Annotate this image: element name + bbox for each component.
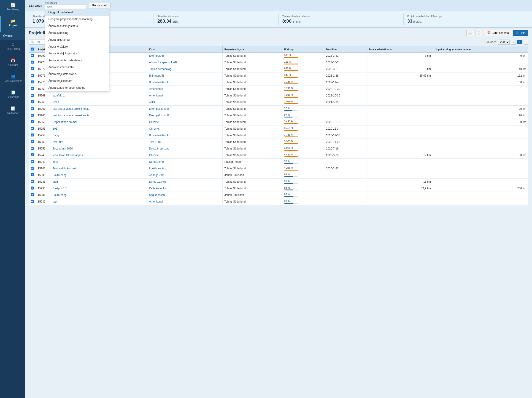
row-checkbox[interactable]	[31, 94, 34, 97]
client-link[interactable]: DemoDemo	[149, 160, 164, 163]
client-link[interactable]: Chrome	[149, 154, 159, 157]
dropdown-item-1[interactable]: Redigera projektspecifik prissättning	[45, 16, 109, 23]
client-link[interactable]: Tobias demobolag	[149, 68, 171, 71]
dropdown-item-8[interactable]: Ändra kostnadsställe	[45, 64, 109, 71]
row-checkbox[interactable]	[31, 100, 34, 103]
project-link[interactable]: Visa Totalt fakturerat pris	[53, 154, 83, 157]
col-forlopp[interactable]: Förlopp	[282, 46, 324, 53]
dropdown-item-2[interactable]: Ändra anslutningsstatus	[45, 23, 109, 30]
client-link[interactable]: Årjängs Järn	[149, 174, 165, 177]
project-link[interactable]: Test	[53, 160, 58, 163]
row-checkbox[interactable]	[31, 67, 34, 70]
sidebar-item-fakturering[interactable]: 🧾 Fakturering ›	[0, 87, 25, 104]
sidebar-item-resurs[interactable]: 👥 Resursallokering ›	[0, 72, 25, 87]
dropdown-item-9[interactable]: Ändra projektets status	[45, 71, 109, 77]
col-kund[interactable]: Kund	[147, 46, 222, 53]
sidebar-item-rapporter[interactable]: 📊 Rapporter ›	[0, 104, 25, 119]
row-checkbox[interactable]	[31, 187, 34, 190]
client-link[interactable]: Amerikansk	[149, 94, 164, 97]
project-link[interactable]: dfsgj	[53, 180, 58, 183]
row-checkbox[interactable]	[31, 61, 34, 63]
dropdown-item-3[interactable]: Ändra avdelning	[45, 30, 109, 36]
client-link[interactable]: Exempel kund B	[149, 114, 169, 117]
project-link[interactable]: 101	[53, 127, 57, 130]
sidebar-item-forsaljning[interactable]: 📈 Försäljning ›	[0, 0, 25, 16]
stat-label-2: Timmar den här månaden	[282, 15, 400, 18]
dropdown-item-6[interactable]: Ändra försäljningsstatus	[45, 50, 109, 57]
project-link[interactable]: Test inaktiv kontakt	[53, 167, 76, 170]
page-size-select[interactable]: 200 100 50	[498, 40, 510, 44]
next-page-button[interactable]: ›	[524, 40, 528, 44]
export-pdf-button[interactable]: 📄	[475, 30, 483, 36]
project-link[interactable]: test AUD	[53, 101, 63, 104]
row-checkbox-cell	[29, 86, 36, 92]
client-link[interactable]: Inaktiv kontakt	[149, 167, 167, 170]
row-checkbox[interactable]	[31, 114, 34, 117]
client-link[interactable]: Bostadsrätten AB	[149, 134, 171, 137]
list-view-button[interactable]: ☰ Lista	[513, 30, 528, 36]
dropdown-item-0[interactable]: Lägg till nyckelord	[45, 9, 109, 16]
client-link[interactable]: Abovo Byggkonsult AB	[149, 61, 177, 64]
row-checkbox[interactable]	[31, 74, 34, 77]
project-link[interactable]: test ändra valuta projekt kopia	[53, 107, 89, 110]
col-owner[interactable]: Projektets ägare	[222, 46, 282, 53]
row-checkbox[interactable]	[31, 54, 34, 57]
sidebar-item-tid[interactable]: ⏱ Tid & Utlägg ›	[0, 40, 25, 56]
row-checkbox[interactable]	[31, 160, 34, 163]
project-link[interactable]: test ändra valuta projekt kopia	[53, 114, 89, 117]
row-checkbox[interactable]	[31, 193, 34, 196]
project-link[interactable]: Bygg	[53, 134, 59, 137]
client-link[interactable]: Kalle kulas Inc	[149, 187, 167, 190]
project-link[interactable]: Fakturering	[53, 193, 67, 197]
clear-selection-button[interactable]: Rensa urval	[89, 3, 111, 8]
sidebar-item-kalender[interactable]: 📅 Kalender ›	[0, 56, 25, 72]
row-checkbox[interactable]	[31, 127, 34, 130]
project-link[interactable]: Uppskattade timmar	[53, 120, 77, 124]
row-checkbox[interactable]	[31, 120, 34, 123]
client-link[interactable]: Bostadsrätten AB	[149, 81, 171, 84]
row-checkbox[interactable]	[31, 200, 34, 203]
row-checkbox[interactable]	[31, 180, 34, 183]
dropdown-item-4[interactable]: Ändra fakturamall	[45, 36, 109, 43]
client-link[interactable]: Stig Jonsson	[149, 193, 165, 197]
client-link[interactable]: Exempel AB	[149, 54, 164, 57]
row-checkbox[interactable]	[31, 140, 34, 143]
col-total-hours[interactable]: Totala arbetstimmar	[367, 46, 433, 53]
prev-page-button[interactable]: ‹	[511, 40, 515, 44]
dropdown-item-7[interactable]: Ändra förväntat orderdatum	[45, 57, 109, 64]
select-all-checkbox[interactable]	[31, 48, 34, 50]
project-link[interactable]: samfakt 1	[53, 94, 64, 97]
dropdown-item-5[interactable]: Ändra försäljare	[45, 43, 109, 50]
project-link[interactable]: test	[53, 200, 57, 203]
project-link[interactable]: Test admin 2020	[53, 147, 73, 150]
client-link[interactable]: Chrome	[149, 127, 159, 130]
row-checkbox[interactable]	[31, 173, 34, 176]
export-excel-button[interactable]: 📊	[466, 30, 474, 36]
client-link[interactable]: Detta är en kund	[149, 147, 170, 150]
row-checkbox[interactable]	[31, 87, 34, 90]
project-link[interactable]: Fastpris 101	[53, 187, 68, 190]
client-link[interactable]: Chrome	[149, 120, 159, 124]
row-checkbox[interactable]	[31, 167, 34, 170]
row-checkbox[interactable]	[31, 147, 34, 150]
nav-oversikt[interactable]: Översikt	[0, 33, 25, 39]
dropdown-item-11[interactable]: Ändra status för öppen/stängd	[45, 84, 109, 91]
col-deadline[interactable]: Deadline	[324, 46, 367, 53]
row-checkbox[interactable]	[31, 153, 34, 156]
client-link[interactable]: Exempel kund B	[149, 107, 169, 110]
client-link[interactable]: Amerikansk	[149, 87, 164, 91]
project-link[interactable]: Fakturering	[53, 174, 67, 177]
client-link[interactable]: AUD	[149, 101, 155, 104]
row-checkbox[interactable]	[31, 107, 34, 110]
client-link[interactable]: Amerikansk	[149, 200, 164, 203]
client-link[interactable]: Test Euro	[149, 140, 161, 143]
dropdown-item-10[interactable]: Ändra projektledare	[45, 77, 109, 84]
sidebar-item-projekt[interactable]: 📁 Projekt ∨	[0, 16, 25, 32]
col-est-hours[interactable]: Uppskattning av arbetstimmar	[433, 46, 528, 53]
gantt-view-button[interactable]: 📅 Gantt-schema	[484, 30, 512, 36]
client-link[interactable]: Demo 123456	[149, 180, 166, 183]
row-checkbox[interactable]	[31, 81, 34, 83]
client-link[interactable]: Bilfirman AB	[149, 74, 164, 77]
row-checkbox[interactable]	[31, 133, 34, 137]
project-link[interactable]: test kurs	[53, 140, 63, 143]
